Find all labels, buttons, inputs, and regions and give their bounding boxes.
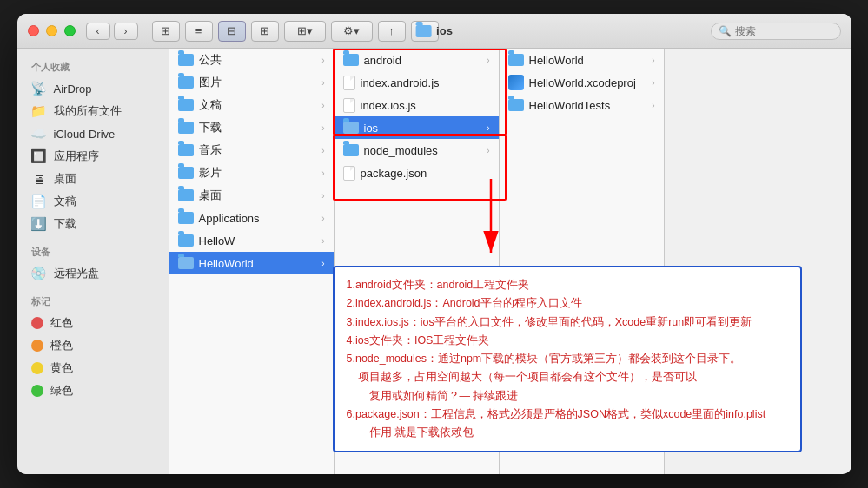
- sidebar-label-remote-disk: 远程光盘: [54, 266, 99, 281]
- dot-green: [31, 385, 43, 397]
- col1-label-documents: 文稿: [199, 97, 222, 113]
- info-line-1: 1.android文件夹：android工程文件夹: [347, 276, 788, 294]
- sidebar-item-orange[interactable]: 橙色: [17, 334, 169, 357]
- col2-item-ios[interactable]: ios ›: [335, 116, 499, 139]
- arrow-icon: ›: [321, 259, 324, 268]
- col1-item-pictures[interactable]: 图片 ›: [169, 71, 334, 94]
- sidebar-item-desktop[interactable]: 🖥 桌面: [17, 168, 169, 190]
- arrow-icon: ›: [321, 78, 324, 88]
- action-button[interactable]: ⚙▾: [331, 21, 373, 42]
- folder-icon: [178, 144, 194, 156]
- sidebar-label-all-files: 我的所有文件: [54, 103, 122, 119]
- col2-label-index-ios: index.ios.js: [361, 99, 416, 112]
- col1-item-downloads[interactable]: 下载 ›: [169, 116, 334, 139]
- col1-item-applications[interactable]: Applications ›: [169, 207, 334, 229]
- dot-yellow: [31, 362, 43, 374]
- sidebar-item-applications[interactable]: 🔲 应用程序: [17, 145, 169, 168]
- col2-item-node-modules[interactable]: node_modules ›: [335, 139, 499, 162]
- col2-label-ios: ios: [364, 122, 379, 135]
- forward-button[interactable]: ›: [114, 23, 138, 40]
- icon-column-button[interactable]: ⊟: [218, 21, 246, 42]
- col3-item-xcodeproj[interactable]: HelloWorld.xcodeproj ›: [500, 71, 664, 94]
- search-icon: 🔍: [719, 25, 732, 37]
- sidebar-item-airdrop[interactable]: 📡 AirDrop: [17, 77, 169, 100]
- share-button[interactable]: ↑: [378, 21, 406, 42]
- col1-item-helloworld[interactable]: HelloWorld ›: [169, 252, 334, 274]
- sidebar-item-all-files[interactable]: 📁 我的所有文件: [17, 100, 169, 122]
- col2-item-index-ios[interactable]: index.ios.js: [335, 94, 499, 116]
- sidebar-item-green[interactable]: 绿色: [17, 379, 169, 402]
- sidebar-item-icloud[interactable]: ☁️ iCloud Drive: [17, 122, 169, 145]
- arrow-icon: ›: [321, 146, 324, 155]
- dot-red: [31, 317, 43, 329]
- maximize-button[interactable]: [64, 25, 76, 36]
- col1-item-gonggong[interactable]: 公共 ›: [169, 49, 334, 71]
- col1-item-desktop[interactable]: 桌面 ›: [169, 184, 334, 207]
- col2-item-android[interactable]: android ›: [335, 49, 499, 71]
- column-1: 公共 › 图片 › 文稿 › 下载: [169, 49, 335, 474]
- arrow-icon: ›: [321, 236, 324, 246]
- share-group-button[interactable]: ⊞▾: [284, 21, 326, 42]
- remote-disk-icon: 💿: [31, 266, 47, 281]
- downloads-icon: ⬇️: [31, 216, 47, 232]
- col2-label-package-json: package.json: [361, 167, 427, 180]
- sidebar-label-green: 绿色: [50, 383, 73, 399]
- sidebar-label-yellow: 黄色: [50, 360, 73, 376]
- col3-item-helloworld-tests[interactable]: HelloWorldTests ›: [500, 94, 664, 116]
- col3-item-helloworld[interactable]: HelloWorld ›: [500, 49, 664, 71]
- search-input[interactable]: [735, 25, 833, 37]
- col1-label-helloworld: HelloWorld: [199, 257, 254, 270]
- search-box[interactable]: 🔍: [711, 23, 841, 40]
- sidebar-section-devices: 设备: [17, 242, 169, 262]
- col3-label-helloworld: HelloWorld: [529, 54, 584, 67]
- arrow-icon: ›: [652, 78, 654, 88]
- finder-pane: 公共 › 图片 › 文稿 › 下载: [169, 49, 851, 474]
- close-button[interactable]: [28, 25, 39, 36]
- col1-item-movies[interactable]: 影片 ›: [169, 162, 334, 184]
- sidebar-item-remote-disk[interactable]: 💿 远程光盘: [17, 262, 169, 285]
- window-title-area: ios: [415, 24, 453, 37]
- col2-item-index-android[interactable]: index.android.js: [335, 71, 499, 94]
- icon-grid-button[interactable]: ⊞: [152, 21, 180, 42]
- minimize-button[interactable]: [46, 25, 57, 36]
- sidebar-label-documents: 文稿: [54, 194, 76, 209]
- info-line-4: 4.ios文件夹：IOS工程文件夹: [347, 332, 788, 350]
- icon-gallery-button[interactable]: ⊞: [251, 21, 279, 42]
- sidebar-item-downloads[interactable]: ⬇️ 下载: [17, 213, 169, 235]
- sidebar-item-red[interactable]: 红色: [17, 312, 169, 334]
- arrow-icon: ›: [321, 214, 324, 223]
- col1-label-applications: Applications: [199, 212, 260, 225]
- folder-icon: [343, 144, 359, 156]
- col1-item-documents[interactable]: 文稿 ›: [169, 94, 334, 116]
- xcode-icon: [508, 75, 524, 90]
- sidebar-label-orange: 橙色: [50, 338, 73, 353]
- sidebar-section-tags: 标记: [17, 292, 169, 312]
- info-line-6: 6.package.json：工程信息，格式必须是严格的JSON格式，类似xco…: [347, 406, 788, 424]
- sidebar-label-desktop: 桌面: [54, 171, 76, 187]
- dot-orange: [31, 340, 43, 352]
- info-line-5: 5.node_modules：通过npm下载的模块（官方或第三方）都会装到这个目…: [347, 350, 788, 368]
- sidebar-item-documents[interactable]: 📄 文稿: [17, 190, 169, 213]
- title-folder-icon: [415, 25, 431, 37]
- arrow-icon: ›: [321, 123, 324, 133]
- back-button[interactable]: ‹: [86, 23, 110, 40]
- file-icon: [343, 76, 355, 90]
- col3-label-xcodeproj: HelloWorld.xcodeproj: [529, 76, 636, 89]
- info-line-5b: 项目越多，占用空间越大（每一个项目都会有这个文件），是否可以: [347, 368, 788, 386]
- arrow-icon: ›: [487, 123, 489, 133]
- arrow-icon: ›: [652, 101, 654, 110]
- info-line-2: 2.index.android.js：Android平台的程序入口文件: [347, 294, 788, 313]
- folder-icon: [508, 54, 524, 66]
- col2-item-package-json[interactable]: package.json: [335, 162, 499, 184]
- info-line-3: 3.index.ios.js：ios平台的入口文件，修改里面的代码，Xcode重…: [347, 313, 788, 332]
- folder-icon: [178, 167, 194, 179]
- sidebar-item-yellow[interactable]: 黄色: [17, 357, 169, 379]
- file-icon: [343, 166, 355, 181]
- sidebar-label-downloads: 下载: [54, 216, 76, 232]
- col1-item-music[interactable]: 音乐 ›: [169, 139, 334, 162]
- col1-item-hellow[interactable]: HelloW ›: [169, 229, 334, 252]
- applications-icon: 🔲: [31, 148, 47, 164]
- col2-label-android: android: [364, 54, 401, 67]
- finder-window: ‹ › ⊞ ≡ ⊟ ⊞ ⊞▾ ⚙▾ ↑ ⊖ ios 🔍 个人收藏 📡: [17, 14, 851, 474]
- icon-list-button[interactable]: ≡: [185, 21, 213, 42]
